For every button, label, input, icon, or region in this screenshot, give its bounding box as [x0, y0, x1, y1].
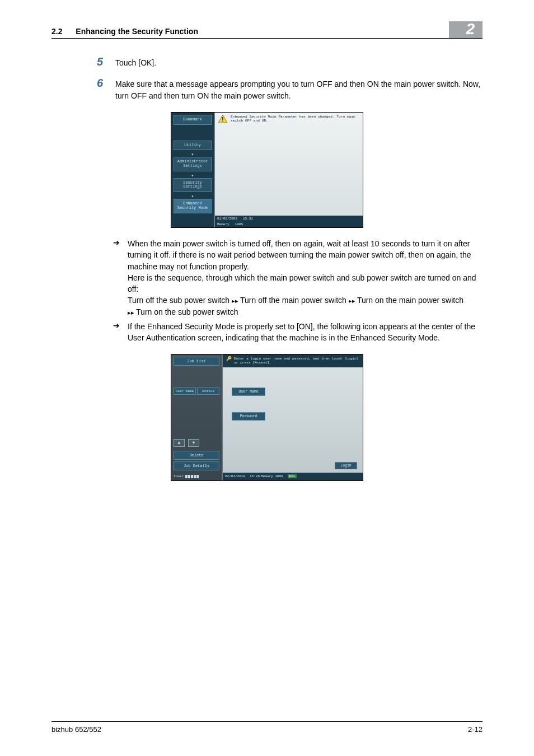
note-security-icon: ➔ If the Enhanced Security Mode is prope…	[113, 321, 483, 344]
note-body: When the main power switch is turned off…	[128, 238, 483, 318]
svg-text:!: !	[222, 116, 223, 123]
warning-icon: !	[218, 115, 227, 123]
crumb-enhanced-security[interactable]: Enhanced Security Mode	[174, 199, 212, 213]
job-columns: User Name Status	[174, 388, 219, 395]
status-bar-2: Memory 100%	[215, 221, 363, 227]
login-body: User Name Password Login	[223, 367, 363, 473]
note-text-2: Here is the sequence, through which the …	[128, 273, 476, 293]
page-header: 2.2 Enhancing the Security Function 2	[0, 0, 534, 38]
arrow-icon: ➔	[113, 321, 128, 344]
status-memory-value: 100%	[275, 474, 283, 478]
note-power-cycle: ➔ When the main power switch is turned o…	[113, 238, 483, 318]
arrow-icon: ➔	[113, 238, 128, 318]
job-list-tab[interactable]: Job List	[174, 357, 219, 366]
scroll-up-button[interactable]: ▲	[174, 439, 185, 447]
screenshot-security-message: Bookmark Utility ▾ Administrator Setting…	[171, 112, 363, 228]
section-title: Enhancing the Security Function	[76, 27, 198, 36]
footer-product: bizhub 652/552	[51, 725, 101, 734]
double-arrow-icon: ▸▸	[232, 297, 240, 304]
status-memory-value: 100%	[235, 222, 243, 226]
note-text: If the Enhanced Security Mode is properl…	[128, 321, 483, 344]
seq-b: Turn off the main power switch	[240, 296, 346, 305]
delete-button[interactable]: Delete	[174, 451, 219, 460]
screenshot-login: Job List User Name Status ▲ ▼ Delete Job…	[171, 354, 363, 481]
step-number: 5	[90, 55, 115, 69]
toner-status: Toner	[171, 473, 223, 480]
prompt-text: Enter a login user name and password, an…	[234, 357, 359, 365]
seq-d: Turn on the sub power switch	[136, 307, 238, 316]
step-text: Touch [OK].	[115, 55, 156, 69]
seq-c: Turn on the main power switch	[357, 296, 463, 305]
status-time: 15:31	[243, 217, 253, 221]
double-arrow-icon: ▸▸	[349, 297, 357, 304]
status-memory-label: Memory	[261, 474, 273, 478]
eco-badge: Eco	[288, 474, 297, 478]
double-arrow-icon: ▸▸	[128, 309, 136, 316]
toner-label: Toner	[174, 474, 184, 478]
message-bar: ! Enhanced Security Mode Parameter has b…	[215, 113, 363, 125]
status-date: 02/01/2010	[225, 474, 245, 478]
scroll-down-button[interactable]: ▼	[188, 439, 199, 447]
section-heading: 2.2 Enhancing the Security Function	[51, 27, 198, 38]
password-field[interactable]: Password	[232, 412, 265, 421]
crumb-security-settings[interactable]: Security Settings	[174, 178, 212, 192]
job-panel: Job List User Name Status ▲ ▼ Delete Job…	[171, 354, 223, 473]
user-name-field[interactable]: User Name	[232, 388, 265, 396]
login-button[interactable]: Login	[335, 462, 357, 469]
crumb-admin-settings[interactable]: Administrator Settings	[174, 157, 212, 171]
step-text: Make sure that a message appears prompti…	[115, 77, 483, 102]
scroll-arrows: ▲ ▼	[174, 439, 219, 447]
status-memory-label: Memory	[217, 222, 229, 226]
status-date: 01/06/2009	[217, 217, 237, 221]
step-6: 6 Make sure that a message appears promp…	[51, 77, 483, 102]
note-text-1: When the main power switch is turned off…	[128, 239, 471, 271]
chapter-badge: 2	[449, 21, 483, 38]
step-number: 6	[90, 77, 115, 102]
login-panel: 🔑 Enter a login user name and password, …	[223, 354, 363, 473]
status-bar: Toner 02/01/2010 15:26 Memory 100% Eco	[171, 473, 363, 480]
chevron-down-icon: ▾	[174, 152, 212, 157]
chevron-down-icon: ▾	[174, 194, 212, 199]
login-prompt: 🔑 Enter a login user name and password, …	[223, 354, 363, 367]
status-time: 15:26	[250, 474, 260, 478]
col-status[interactable]: Status	[197, 388, 219, 395]
chevron-down-icon: ▾	[174, 174, 212, 178]
col-user[interactable]: User Name	[174, 388, 196, 395]
page-content: 5 Touch [OK]. 6 Make sure that a message…	[0, 39, 534, 481]
bookmark-button[interactable]: Bookmark	[174, 115, 212, 125]
message-panel: ! Enhanced Security Mode Parameter has b…	[215, 113, 363, 227]
status-info: 02/01/2010 15:26 Memory 100% Eco	[223, 473, 363, 480]
toner-bars-icon	[185, 475, 199, 478]
breadcrumb-panel: Bookmark Utility ▾ Administrator Setting…	[171, 113, 215, 227]
screenshot-1-wrap: Bookmark Utility ▾ Administrator Setting…	[51, 112, 483, 228]
step-5: 5 Touch [OK].	[51, 55, 483, 69]
screenshot-2-wrap: Job List User Name Status ▲ ▼ Delete Job…	[51, 354, 483, 481]
job-details-button[interactable]: Job Details	[174, 461, 219, 470]
page-footer: bizhub 652/552 2-12	[51, 721, 483, 734]
crumb-utility[interactable]: Utility	[174, 141, 212, 151]
empty-body	[215, 125, 363, 216]
seq-a: Turn off the sub power switch	[128, 296, 229, 305]
message-text: Enhanced Security Mode Parameter has bee…	[231, 115, 359, 123]
key-icon: 🔑	[226, 357, 232, 361]
footer-page: 2-12	[468, 725, 483, 734]
section-number: 2.2	[51, 27, 62, 36]
